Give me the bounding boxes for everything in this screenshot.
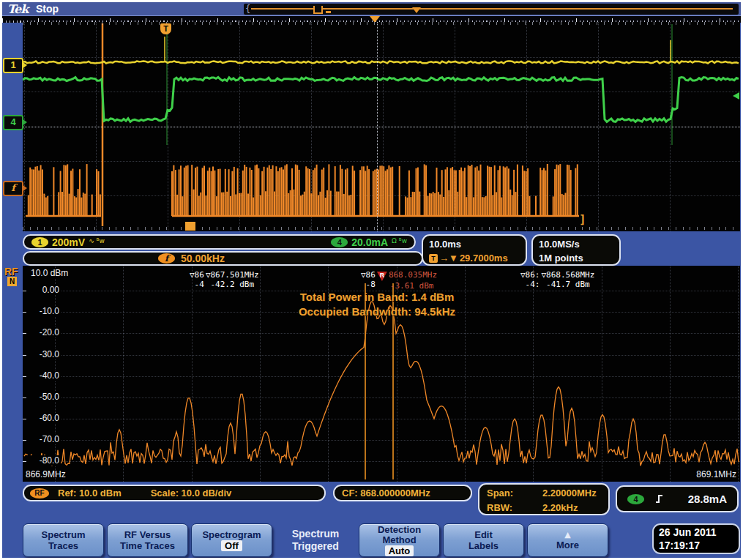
spectrum-ytick: -70.0 bbox=[26, 434, 61, 444]
trigger-level-value: 28.8mA bbox=[688, 492, 727, 506]
ch1-scale: 200mV bbox=[52, 236, 85, 248]
total-power-annotation: Total Power in Band: 1.4 dBm bbox=[300, 290, 455, 305]
trigger-source-badge: 4 bbox=[627, 494, 644, 504]
expansion-point-icon[interactable] bbox=[412, 7, 421, 13]
trigger-delay-icon: T bbox=[429, 254, 438, 263]
detection-method-state: Auto bbox=[385, 545, 414, 556]
ch1-indicator-icons: ∿ ᴮw bbox=[89, 237, 105, 244]
spectrum-triggered-label: SpectrumTriggered bbox=[275, 528, 356, 553]
header-bar: Tek Stop { bbox=[2, 2, 741, 15]
trigger-readout-box: 4 28.8mA bbox=[616, 485, 739, 512]
acquisition-status: Stop bbox=[36, 3, 59, 15]
menu-button-spectrogram[interactable]: SpectrogramOff bbox=[191, 523, 272, 557]
rf-baseline-marker-icon bbox=[185, 222, 195, 231]
rbw-label: RBW: bbox=[487, 501, 525, 515]
horizontal-scale: 10.0ms bbox=[429, 237, 520, 251]
spectrum-ytick: -30.0 bbox=[26, 349, 61, 359]
spectrum-ytick: -80.0 bbox=[26, 455, 61, 466]
rf-settings-bar: RF Ref: 10.0 dBm Scale: 10.0 dB/div bbox=[23, 485, 326, 501]
peak-marker-left: ▽86 -4 ▽867.501MHz -42.2 dBm bbox=[190, 270, 259, 289]
rf-scale: Scale: 10.0 dB/div bbox=[151, 488, 232, 499]
oscilloscope-screen: Tek Stop { T ] 1 4 f 1 200mV ∿ ᴮw 4 20.0… bbox=[0, 0, 743, 560]
horizontal-readout-box: 10.0ms T→▼29.7000ms bbox=[422, 234, 527, 266]
zoom-window-icon[interactable] bbox=[313, 6, 323, 14]
rbw-value: 2.20kHz bbox=[542, 501, 578, 515]
rising-edge-icon bbox=[654, 493, 665, 504]
menu-button-detection-method[interactable]: DetectionMethodAuto bbox=[359, 523, 440, 557]
acquisition-readout-box: 10.0MS/s 1M points bbox=[531, 234, 621, 266]
graticule-ticks-bottom bbox=[23, 227, 740, 230]
zoom-tick-icon bbox=[326, 11, 331, 13]
span-label: Span: bbox=[487, 486, 525, 501]
ch4-level-arrow-icon bbox=[733, 92, 739, 100]
spectrum-ytick: -50.0 bbox=[26, 392, 61, 402]
ch4-indicator-icons: Ω ᴮw bbox=[392, 237, 407, 244]
ch4-scale: 20.0mA bbox=[351, 236, 388, 248]
start-frequency-label: 866.9MHz bbox=[26, 469, 66, 479]
spectrum-ytick: -40.0 bbox=[26, 370, 61, 381]
time: 17:19:17 bbox=[659, 539, 733, 552]
normal-trace-badge: N bbox=[7, 277, 17, 286]
record-length: 1M points bbox=[539, 251, 613, 265]
rf-settings-badge: RF bbox=[30, 488, 49, 499]
datetime-display: 26 Jun 201117:19:17 bbox=[652, 523, 740, 554]
spectrogram-state: Off bbox=[221, 540, 242, 551]
ch4-readout-badge: 4 bbox=[331, 237, 348, 247]
zoom-left-bracket-icon: { bbox=[245, 4, 250, 14]
ch4-badge[interactable]: 4 bbox=[3, 115, 23, 130]
peak-marker-right: ▽86: -4: ▽868.568MHz -41.7 dBm bbox=[520, 270, 594, 289]
trigger-level-line[interactable] bbox=[23, 127, 740, 127]
expansion-point-line bbox=[377, 22, 378, 231]
spectrum-ytick: 0.00 bbox=[26, 285, 61, 295]
rf-channel-badge[interactable]: RF bbox=[4, 266, 18, 277]
tek-logo: Tek bbox=[7, 2, 28, 16]
rf-bracket-icon: ] bbox=[579, 212, 586, 226]
sample-rate: 10.0MS/s bbox=[539, 237, 613, 251]
reference-marker-center: ▽86 -8 R868.035MHz-3.61 dBm bbox=[361, 270, 437, 291]
rf-frequency-readout-bar: f 50.00kHz bbox=[23, 251, 423, 266]
channel-readout-bar: 1 200mV ∿ ᴮw 4 20.0mA Ω ᴮw bbox=[23, 234, 416, 250]
menu-button-edit-labels[interactable]: EditLabels bbox=[443, 523, 524, 557]
graticule-ticks-top bbox=[23, 22, 740, 25]
more-arrow-icon: ▲ bbox=[564, 531, 570, 540]
wave-inspector-bar[interactable]: { bbox=[244, 4, 739, 15]
span-rbw-box: Span:2.20000MHz RBW:2.20kHz bbox=[478, 483, 610, 515]
time-domain-graticule[interactable]: T ] bbox=[23, 22, 740, 231]
center-frequency: CF: 868.000000MHz bbox=[342, 488, 430, 499]
delay-prefix-icon: →▼ bbox=[439, 251, 458, 265]
spectrum-ytick: -60.0 bbox=[26, 413, 61, 423]
rf-freq-badge: f bbox=[158, 253, 175, 264]
stop-frequency-label: 869.1MHz bbox=[696, 469, 736, 479]
spectrum-ytick: -20.0 bbox=[26, 327, 61, 337]
ref-level-label: 10.0 dBm bbox=[29, 268, 70, 278]
rf-freq-value: 50.00kHz bbox=[181, 253, 225, 264]
menu-button-rf-versus-time-traces[interactable]: RF VersusTime Traces bbox=[107, 523, 188, 557]
ch1-badge[interactable]: 1 bbox=[3, 58, 23, 73]
center-frequency-box: CF: 868.000000MHz bbox=[333, 485, 472, 501]
menu-button-more[interactable]: ▲More bbox=[527, 523, 608, 557]
record-length-line bbox=[251, 8, 733, 10]
reference-marker-icon: R bbox=[377, 272, 387, 281]
rf-time-badge[interactable]: f bbox=[3, 181, 23, 196]
spectrum-ytick: -10.0 bbox=[26, 306, 61, 316]
trigger-flag-icon[interactable]: T bbox=[160, 23, 171, 34]
date: 26 Jun 2011 bbox=[659, 526, 733, 539]
occupied-bw-annotation: Occupied Bandwidth: 94.5kHz bbox=[299, 305, 455, 319]
delay-value: 29.7000ms bbox=[460, 251, 508, 265]
rf-ref-level: Ref: 10.0 dBm bbox=[58, 488, 122, 499]
ch1-readout-badge: 1 bbox=[31, 237, 48, 247]
menu-button-spectrum-traces[interactable]: SpectrumTraces bbox=[23, 523, 104, 557]
span-value: 2.20000MHz bbox=[542, 486, 597, 501]
spectrum-graticule[interactable]: 10.0 dBm 0.00-10.0-20.0-30.0-40.0-50.0-6… bbox=[23, 266, 740, 482]
